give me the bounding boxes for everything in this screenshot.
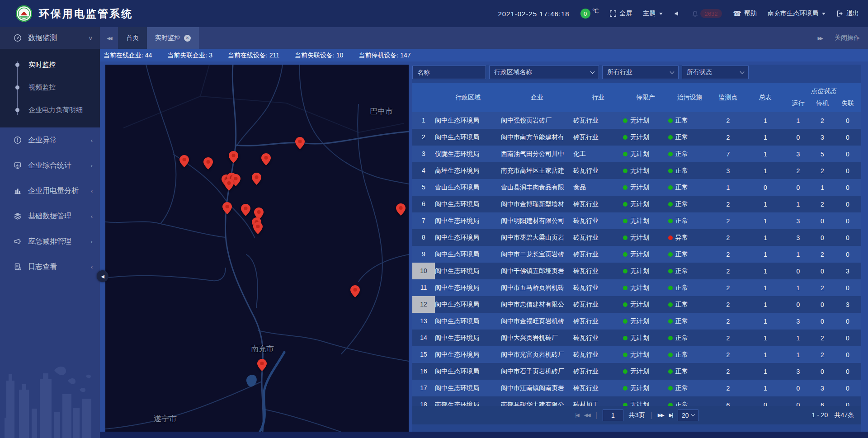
map-pin-4[interactable] — [295, 137, 305, 149]
industry-filter-select[interactable]: 所有行业 — [602, 66, 679, 79]
temperature-badge: 0 — [580, 9, 590, 19]
cell-limit-status: 无计划 — [623, 117, 668, 125]
row-number: 16 — [412, 363, 435, 380]
chevron-left-icon: ‹ — [91, 162, 93, 169]
cell-lost: 3 — [834, 301, 861, 308]
table-row-16[interactable]: 16阆中生态环境局阆中市石子页岩机砖厂砖瓦行业无计划正常21300 — [412, 363, 861, 380]
first-page-button[interactable]: |◀ — [575, 412, 578, 418]
cell-run: 3 — [786, 368, 811, 375]
map-panel[interactable]: 巴中市南充市遂宁市 — [105, 65, 409, 432]
top-header: 环保用电监管系统 2021-02-25 17:46:18 0 ℃ 全屏 主题 2… — [0, 0, 868, 27]
mute-button[interactable] — [674, 10, 681, 17]
table-row-4[interactable]: 4高坪生态环境局南充市高坪区王家店建砖瓦行业无计划正常31220 — [412, 162, 861, 179]
sidebar-group-5[interactable]: 应急减排管理‹ — [0, 229, 100, 254]
table-row-5[interactable]: 5营山生态环境局营山县润丰肉食品有限食品无计划正常10010 — [412, 179, 861, 196]
map-pin-17[interactable] — [257, 359, 267, 371]
tabs-scroll-left-button[interactable]: ◀◀ — [100, 27, 118, 49]
status-filter-select[interactable]: 所有状态 — [682, 66, 749, 79]
divider: | — [651, 411, 652, 419]
table-row-6[interactable]: 6阆中生态环境局阆中市金博瑞新型墙材砖瓦行业无计划正常21120 — [412, 196, 861, 212]
map-pin-9[interactable] — [252, 173, 261, 185]
cell-facility-status: 正常 — [668, 167, 711, 175]
sidebar-group-2[interactable]: 企业综合统计‹ — [0, 153, 100, 178]
app-root: 环保用电监管系统 2021-02-25 17:46:18 0 ℃ 全屏 主题 2… — [0, 0, 868, 438]
table-row-1[interactable]: 1阆中生态环境局阆中强锐页岩砖厂砖瓦行业无计划正常21120 — [412, 112, 861, 129]
table-row-18[interactable]: 18南部生态环境局南部县砚华土建有限公砖材加工无计划正常60060 — [412, 396, 861, 406]
status-text: 无计划 — [630, 351, 649, 359]
table-row-10[interactable]: 10阆中生态环境局阆中千佛镇五郎垭页岩砖瓦行业无计划正常21003 — [412, 263, 861, 279]
column-header-region: 行政区域 — [435, 83, 501, 112]
table-row-17[interactable]: 17阆中生态环境局阆中市江南镇阆南页岩砖瓦行业无计划正常21030 — [412, 380, 861, 396]
table-row-12[interactable]: 12阆中生态环境局阆中市忠信建材有限公砖瓦行业无计划正常21003 — [412, 296, 861, 313]
sidebar-subitem-0-0[interactable]: 实时监控 — [0, 53, 100, 76]
cell-region: 阆中生态环境局 — [435, 133, 501, 141]
sidebar-group-0[interactable]: 数据监测∨ — [0, 27, 100, 49]
map-pin-16[interactable] — [350, 285, 360, 297]
table-row-2[interactable]: 2阆中生态环境局阆中市南方节能建材有砖瓦行业无计划正常21030 — [412, 129, 861, 146]
table-row-15[interactable]: 15阆中生态环境局阆中市光富页岩机砖厂砖瓦行业无计划正常21120 — [412, 346, 861, 363]
help-button[interactable]: ☎ 帮助 — [733, 9, 757, 18]
status-text: 正常 — [675, 184, 688, 192]
cell-region: 阆中生态环境局 — [435, 250, 501, 259]
table-row-9[interactable]: 9阆中生态环境局阆中市二龙长宝页岩砖砖瓦行业无计划正常21120 — [412, 246, 861, 263]
table-row-11[interactable]: 11阆中生态环境局阆中市五马桥页岩机砖砖瓦行业无计划正常21120 — [412, 279, 861, 296]
page-number-input[interactable] — [603, 410, 623, 421]
chevron-down-icon — [740, 69, 745, 74]
sidebar-subitem-0-1[interactable]: 视频监控 — [0, 76, 100, 99]
table-row-14[interactable]: 14阆中生态环境局阆中大兴页岩机砖厂砖瓦行业无计划正常21120 — [412, 330, 861, 346]
map-pin-2[interactable] — [229, 151, 238, 163]
map-pin-8[interactable] — [224, 179, 234, 191]
map-pin-1[interactable] — [203, 157, 213, 170]
cell-run: 1 — [786, 284, 811, 292]
theme-dropdown[interactable]: 主题 — [643, 9, 663, 18]
tab-close-icon[interactable]: ✕ — [184, 35, 191, 42]
last-page-button[interactable]: ▶| — [669, 412, 672, 418]
map-pin-14[interactable] — [253, 222, 263, 234]
map-pin-11[interactable] — [241, 204, 250, 216]
cell-industry: 砖瓦行业 — [573, 234, 623, 242]
table-row-7[interactable]: 7阆中生态环境局阆中明阳建材有限公司砖瓦行业无计划正常21300 — [412, 212, 861, 229]
row-number: 14 — [412, 330, 435, 346]
bell-icon — [692, 10, 698, 17]
notifications[interactable]: 2632 — [692, 9, 722, 18]
cell-limit-status: 无计划 — [623, 267, 668, 275]
tab-home[interactable]: 首页 — [118, 27, 147, 49]
table-row-3[interactable]: 3仪陇生态环境局西南油气田分公司川中化工无计划正常71350 — [412, 146, 861, 162]
map-pin-0[interactable] — [179, 155, 189, 167]
sidebar-group-1[interactable]: 企业异常‹ — [0, 127, 100, 153]
table-row-8[interactable]: 8阆中生态环境局阆中市枣碧大梁山页岩砖瓦行业无计划异常21300 — [412, 229, 861, 246]
gauge-icon — [14, 34, 22, 42]
name-filter-input[interactable] — [412, 66, 486, 79]
tab-label: 实时监控 — [155, 34, 180, 42]
row-number: 3 — [412, 146, 435, 162]
sidebar-subitem-0-2[interactable]: 企业电力负荷明细 — [0, 99, 100, 121]
tab-realtime-monitoring[interactable]: 实时监控 ✕ — [147, 27, 199, 49]
sidebar-collapse-handle[interactable]: ◀ — [97, 270, 108, 282]
sidebar-group-6[interactable]: 日志查看‹ — [0, 254, 100, 279]
prev-page-button[interactable]: ◀◀ — [584, 412, 590, 418]
sidebar-group-3[interactable]: 企业用电量分析‹ — [0, 178, 100, 203]
sidebar-subitem-label: 实时监控 — [28, 61, 56, 69]
map-pin-15[interactable] — [396, 203, 406, 216]
chevron-left-icon: ‹ — [91, 188, 93, 194]
tabs-scroll-right-button[interactable]: ▶▶ — [818, 36, 822, 41]
cell-points: 7 — [711, 151, 745, 158]
cell-lost: 0 — [834, 385, 861, 392]
sidebar-group-4[interactable]: 基础数据管理‹ — [0, 203, 100, 229]
map-pin-3[interactable] — [261, 153, 271, 165]
fullscreen-button[interactable]: 全屏 — [609, 9, 632, 18]
logout-button[interactable]: 退出 — [836, 9, 859, 18]
page-size-select[interactable]: 20 — [678, 410, 698, 421]
status-text: 无计划 — [630, 200, 649, 208]
table-row-13[interactable]: 13阆中生态环境局阆中市金福旺页岩机砖砖瓦行业无计划正常21300 — [412, 313, 861, 330]
close-operations-button[interactable]: 关闭操作 — [835, 34, 860, 42]
map-city-label-2: 遂宁市 — [154, 414, 177, 424]
cell-meters: 1 — [745, 201, 786, 208]
map-pin-10[interactable] — [222, 202, 232, 214]
org-dropdown[interactable]: 南充市生态环境局 — [768, 9, 826, 18]
next-page-button[interactable]: ▶▶ — [658, 412, 664, 418]
region-filter-select[interactable]: 行政区域名称 — [489, 66, 599, 79]
cell-facility-status: 正常 — [668, 384, 711, 392]
stat-item-0: 当前在线企业: 44 — [104, 52, 152, 60]
row-number: 2 — [412, 129, 435, 146]
